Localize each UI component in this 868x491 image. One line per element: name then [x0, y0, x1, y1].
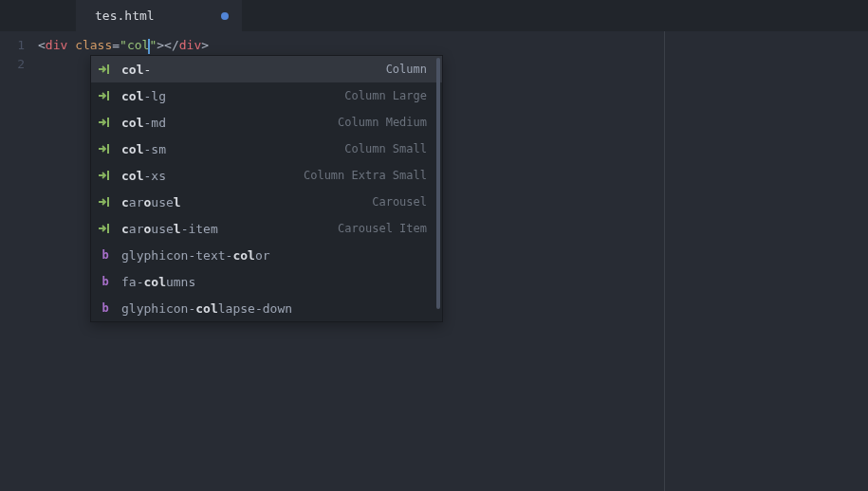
autocomplete-label: col-lg — [120, 89, 344, 103]
autocomplete-label: carousel — [120, 195, 372, 209]
autocomplete-label: glyphicon-collapse-down — [120, 301, 427, 316]
class-icon: b — [91, 301, 120, 315]
autocomplete-item[interactable]: col-xsColumn Extra Small — [91, 162, 442, 189]
autocomplete-item[interactable]: col-Column — [91, 56, 442, 82]
tab-title: tes.html — [95, 9, 155, 23]
autocomplete-description: Carousel — [372, 195, 434, 209]
snippet-icon — [91, 117, 120, 128]
file-tab[interactable]: tes.html — [76, 0, 242, 31]
class-icon: b — [91, 275, 120, 288]
line-number: 1 — [0, 36, 38, 55]
autocomplete-label: fa-columns — [120, 275, 427, 289]
snippet-icon — [91, 170, 120, 181]
class-icon: b — [91, 248, 120, 262]
autocomplete-description: Column Large — [344, 89, 434, 102]
autocomplete-item[interactable]: bglyphicon-text-color — [91, 242, 442, 268]
autocomplete-description: Column — [386, 63, 434, 76]
autocomplete-item[interactable]: col-lgColumn Large — [91, 82, 442, 109]
autocomplete-label: col- — [120, 63, 386, 77]
attribute-value: col — [127, 38, 149, 52]
snippet-icon — [91, 90, 120, 101]
autocomplete-label: carousel-item — [120, 222, 338, 236]
tab-bar: tes.html — [0, 0, 868, 31]
autocomplete-item[interactable]: carousel-itemCarousel Item — [91, 215, 442, 242]
autocomplete-label: col-sm — [120, 142, 344, 156]
snippet-icon — [91, 223, 120, 234]
tag-name: div — [179, 38, 201, 52]
tag-name: div — [46, 38, 67, 52]
snippet-icon — [91, 143, 120, 155]
autocomplete-popup[interactable]: col-Columncol-lgColumn Largecol-mdColumn… — [90, 55, 443, 322]
line-number: 2 — [0, 55, 38, 74]
autocomplete-description: Column Medium — [338, 116, 434, 129]
autocomplete-item[interactable]: carouselCarousel — [91, 189, 442, 215]
angle-bracket: < — [38, 38, 46, 52]
snippet-icon — [91, 196, 120, 208]
autocomplete-description: Column Extra Small — [304, 169, 434, 182]
autocomplete-description: Carousel Item — [338, 222, 434, 235]
gutter: 1 2 — [0, 31, 38, 491]
unsaved-dot-icon — [221, 12, 229, 20]
autocomplete-item[interactable]: col-smColumn Small — [91, 136, 442, 162]
snippet-icon — [91, 64, 120, 75]
tab-spacer — [0, 0, 76, 31]
wrap-guide — [664, 31, 665, 491]
editor-area[interactable]: 1 2 <div class="col"></div> col-Columnco… — [0, 31, 868, 491]
attribute-name: class — [75, 38, 112, 52]
autocomplete-label: glyphicon-text-color — [120, 248, 427, 263]
code-pane[interactable]: <div class="col"></div> col-Columncol-lg… — [38, 31, 868, 491]
autocomplete-item[interactable]: col-mdColumn Medium — [91, 109, 442, 136]
autocomplete-description: Column Small — [344, 142, 434, 155]
autocomplete-item[interactable]: bglyphicon-collapse-down — [91, 295, 442, 321]
autocomplete-label: col-xs — [120, 169, 304, 183]
autocomplete-label: col-md — [120, 116, 338, 130]
code-line[interactable]: <div class="col"></div> — [38, 36, 868, 55]
scrollbar[interactable] — [436, 58, 440, 309]
autocomplete-item[interactable]: bfa-columns — [91, 268, 442, 295]
